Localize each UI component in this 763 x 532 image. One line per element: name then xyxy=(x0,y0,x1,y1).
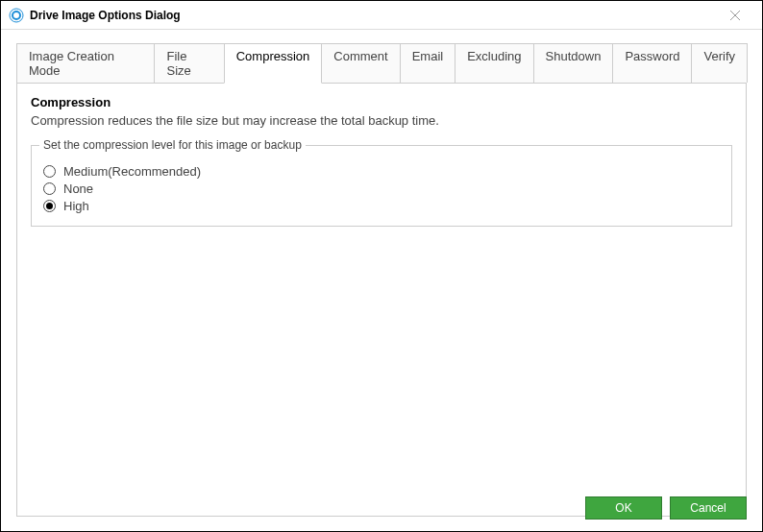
tab-email[interactable]: Email xyxy=(400,43,456,83)
dialog-footer: OK Cancel xyxy=(585,496,747,520)
panel-description: Compression reduces the file size but ma… xyxy=(31,113,732,128)
radio-icon xyxy=(43,182,56,195)
tab-label: Image Creation Mode xyxy=(29,49,114,78)
tab-image-creation-mode[interactable]: Image Creation Mode xyxy=(16,43,155,83)
panel-title: Compression xyxy=(31,95,732,109)
tab-label: File Size xyxy=(166,49,190,78)
tab-comment[interactable]: Comment xyxy=(321,43,400,83)
tab-label: Comment xyxy=(333,49,387,63)
content-area: Image Creation Mode File Size Compressio… xyxy=(1,30,762,517)
ok-button[interactable]: OK xyxy=(585,496,662,520)
tab-label: Excluding xyxy=(467,49,521,63)
tab-verify[interactable]: Verify xyxy=(691,43,748,83)
compression-groupbox: Set the compression level for this image… xyxy=(31,145,732,227)
button-label: OK xyxy=(615,501,631,515)
tab-shutdown[interactable]: Shutdown xyxy=(533,43,614,83)
radio-icon xyxy=(43,200,56,212)
app-icon xyxy=(9,8,24,23)
radio-none[interactable]: None xyxy=(43,181,720,196)
radio-label: Medium(Recommended) xyxy=(63,164,201,179)
tab-compression[interactable]: Compression xyxy=(224,43,323,84)
tab-label: Shutdown xyxy=(546,49,602,63)
window-title: Drive Image Options Dialog xyxy=(30,9,716,22)
groupbox-legend: Set the compression level for this image… xyxy=(39,138,306,152)
tab-label: Verify xyxy=(703,49,735,63)
tab-label: Compression xyxy=(236,49,310,63)
tab-excluding[interactable]: Excluding xyxy=(455,43,533,83)
title-bar: Drive Image Options Dialog xyxy=(1,1,762,30)
tab-panel: Compression Compression reduces the file… xyxy=(16,83,747,517)
tab-strip: Image Creation Mode File Size Compressio… xyxy=(16,43,747,83)
radio-icon xyxy=(43,165,56,178)
tab-label: Email xyxy=(412,49,444,63)
close-button[interactable] xyxy=(716,2,754,29)
button-label: Cancel xyxy=(690,501,726,515)
radio-label: None xyxy=(63,181,93,196)
cancel-button[interactable]: Cancel xyxy=(670,496,747,520)
radio-high[interactable]: High xyxy=(43,199,720,213)
tab-password[interactable]: Password xyxy=(612,43,692,83)
close-icon xyxy=(729,10,741,21)
radio-medium[interactable]: Medium(Recommended) xyxy=(43,164,720,179)
tab-file-size[interactable]: File Size xyxy=(154,43,224,83)
tab-label: Password xyxy=(625,49,679,63)
radio-label: High xyxy=(63,199,89,213)
